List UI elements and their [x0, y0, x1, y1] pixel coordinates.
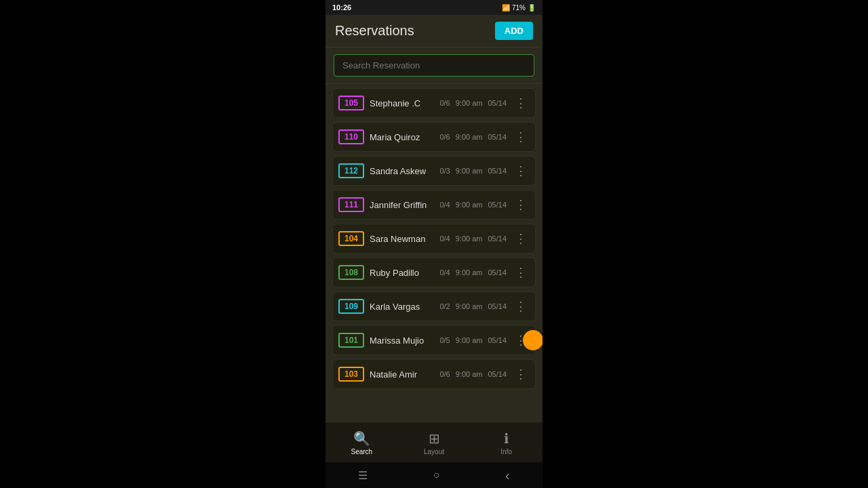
guest-name: Maria Quiroz: [370, 132, 434, 142]
phone-container: 10:26 📶 71% 🔋 Reservations ADD 105 Steph…: [326, 0, 542, 488]
nav-item-search[interactable]: 🔍 Search: [326, 430, 398, 455]
more-options-button[interactable]: ⋮: [512, 165, 530, 177]
search-label: Search: [351, 448, 372, 455]
nav-item-layout[interactable]: ⊞ Layout: [398, 430, 471, 455]
status-bar: 10:26 📶 71% 🔋: [326, 0, 542, 15]
guest-count: 0/4: [439, 201, 450, 209]
status-time: 10:26: [332, 3, 351, 12]
reservation-time: 9:00 am: [456, 370, 483, 378]
guest-name: Ruby Padillo: [370, 268, 434, 278]
list-item[interactable]: 112 Sandra Askew 0/3 9:00 am 05/14 ⋮: [332, 156, 536, 186]
battery-icon: 🔋: [528, 4, 536, 12]
nav-item-info[interactable]: ℹ Info: [470, 430, 542, 455]
guest-count: 0/3: [439, 167, 450, 175]
guest-count: 0/6: [439, 99, 450, 107]
guest-name: Sara Newman: [370, 234, 434, 244]
list-item[interactable]: 105 Stephanie .C 0/6 9:00 am 05/14 ⋮: [332, 88, 536, 118]
reservation-time: 9:00 am: [456, 302, 483, 310]
list-item[interactable]: 109 Karla Vargas 0/2 9:00 am 05/14 ⋮: [332, 291, 536, 321]
more-options-button[interactable]: ⋮: [512, 300, 530, 312]
search-container: [326, 47, 542, 84]
info-icon: ℹ: [504, 430, 509, 447]
reservation-date: 05/14: [488, 370, 507, 378]
search-icon: 🔍: [353, 430, 370, 447]
guest-count: 0/2: [439, 302, 450, 310]
room-badge: 110: [338, 129, 364, 144]
room-badge: 109: [338, 299, 364, 314]
more-options-button[interactable]: ⋮: [512, 131, 530, 143]
add-button[interactable]: ADD: [495, 22, 533, 40]
signal-icons: 📶: [502, 4, 510, 12]
reservation-date: 05/14: [488, 268, 507, 277]
reservation-time: 9:00 am: [456, 99, 483, 107]
reservation-date: 05/14: [488, 235, 507, 243]
guest-name: Marissa Mujio: [370, 336, 434, 346]
room-badge: 108: [338, 265, 364, 280]
guest-name: Natalie Amir: [370, 369, 434, 380]
android-back-btn[interactable]: ‹: [505, 468, 510, 483]
guest-count: 0/6: [439, 370, 450, 378]
reservation-date: 05/14: [488, 201, 507, 209]
reservation-time: 9:00 am: [456, 201, 483, 209]
room-badge: 104: [338, 231, 364, 246]
reservation-list: 105 Stephanie .C 0/6 9:00 am 05/14 ⋮ 110…: [326, 84, 542, 422]
layout-label: Layout: [424, 448, 444, 455]
list-item[interactable]: 108 Ruby Padillo 0/4 9:00 am 05/14 ⋮: [332, 258, 536, 287]
guest-count: 0/4: [439, 268, 450, 277]
reservation-date: 05/14: [488, 133, 507, 141]
reservation-date: 05/14: [488, 99, 507, 107]
reservation-date: 05/14: [488, 336, 507, 344]
more-options-button[interactable]: ⋮: [512, 97, 530, 109]
list-item[interactable]: 103 Natalie Amir 0/6 9:00 am 05/14 ⋮: [332, 359, 536, 389]
reservation-date: 05/14: [488, 302, 507, 310]
more-options-button[interactable]: ⋮: [512, 266, 530, 279]
guest-name: Jannifer Griffin: [370, 200, 434, 210]
list-item[interactable]: 104 Sara Newman 0/4 9:00 am 05/14 ⋮: [332, 224, 536, 253]
android-nav: ☰ ○ ‹: [326, 462, 542, 488]
more-options-button[interactable]: ⋮: [512, 232, 530, 245]
android-home-btn[interactable]: ○: [433, 469, 440, 481]
guest-name: Karla Vargas: [370, 302, 434, 312]
room-badge: 103: [338, 367, 364, 382]
notification-dot: [523, 330, 542, 350]
guest-name: Sandra Askew: [370, 166, 434, 176]
battery-percent: 71%: [512, 4, 526, 12]
reservation-date: 05/14: [488, 167, 507, 175]
reservation-time: 9:00 am: [456, 167, 483, 175]
room-badge: 111: [338, 197, 364, 212]
reservation-time: 9:00 am: [456, 133, 483, 141]
reservation-time: 9:00 am: [456, 336, 483, 344]
room-badge: 105: [338, 96, 364, 110]
reservation-time: 9:00 am: [456, 235, 483, 243]
guest-count: 0/5: [439, 336, 450, 344]
list-item[interactable]: 111 Jannifer Griffin 0/4 9:00 am 05/14 ⋮: [332, 190, 536, 220]
more-options-button[interactable]: ⋮: [512, 368, 530, 380]
room-badge: 112: [338, 163, 364, 178]
list-item[interactable]: 101 Marissa Mujio 0/5 9:00 am 05/14 ⋮: [332, 325, 536, 355]
reservation-time: 9:00 am: [456, 268, 483, 277]
more-options-button[interactable]: ⋮: [512, 199, 530, 211]
room-badge: 101: [338, 333, 364, 348]
layout-icon: ⊞: [429, 430, 440, 447]
guest-count: 0/6: [439, 133, 450, 141]
android-menu-btn[interactable]: ☰: [358, 469, 368, 482]
app-header: Reservations ADD: [326, 15, 542, 47]
page-title: Reservations: [335, 23, 414, 39]
list-item[interactable]: 110 Maria Quiroz 0/6 9:00 am 05/14 ⋮: [332, 122, 536, 152]
search-input[interactable]: [334, 54, 534, 77]
bottom-nav: 🔍 Search ⊞ Layout ℹ Info: [326, 422, 542, 462]
info-label: Info: [500, 448, 512, 455]
guest-count: 0/4: [439, 235, 450, 243]
guest-name: Stephanie .C: [370, 98, 434, 108]
status-right: 📶 71% 🔋: [502, 4, 536, 12]
